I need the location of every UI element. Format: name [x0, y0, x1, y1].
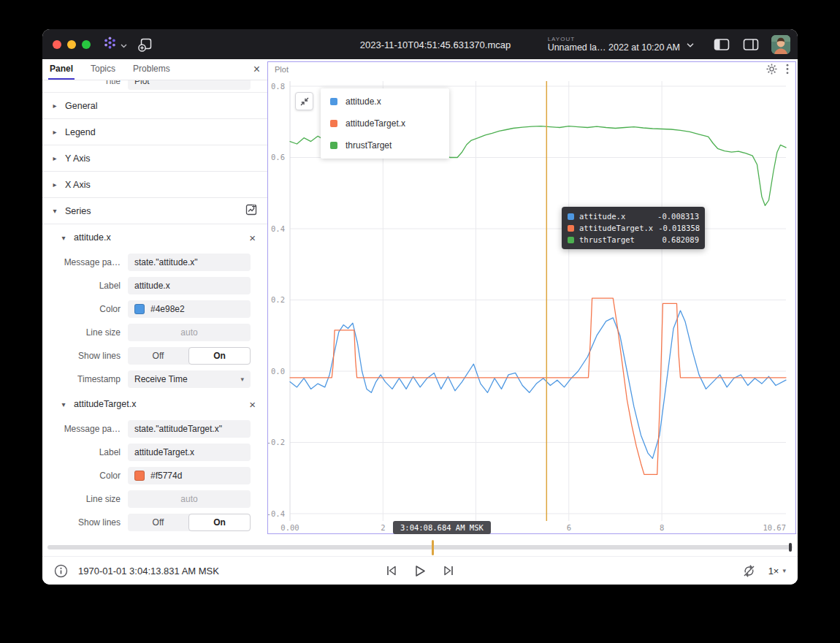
color-input[interactable]: #4e98e2 — [128, 300, 251, 318]
show-lines-label: Show lines — [42, 517, 128, 528]
tab-problems[interactable]: Problems — [131, 59, 172, 80]
tooltip-series-name: attitudeTarget.x — [579, 224, 653, 232]
remove-series-icon[interactable]: × — [249, 399, 256, 410]
traffic-lights — [53, 40, 91, 49]
chevron-right-icon: ▸ — [51, 102, 58, 110]
titlebar: 2023-11-10T04:51:45.631370.mcap LAYOUT U… — [42, 29, 798, 59]
section-series[interactable]: ▾ Series — [42, 198, 267, 224]
panel-menu-kebab-icon[interactable] — [786, 64, 789, 76]
svg-text:0.00: 0.00 — [280, 523, 299, 532]
loop-disabled-icon[interactable] — [742, 564, 756, 578]
toggle-right-sidebar-button[interactable] — [742, 37, 760, 52]
tooltip-series-value: 0.682089 — [662, 235, 699, 244]
panel-settings-gear-icon[interactable] — [766, 64, 777, 76]
layout-selector[interactable]: LAYOUT Unnamed la… 2022 at 10:20 AM — [548, 36, 694, 53]
color-swatch[interactable] — [134, 471, 145, 481]
remove-series-icon[interactable]: × — [249, 232, 256, 243]
series-header-attitude-x[interactable]: ▾ attitude.x × — [42, 224, 267, 251]
new-window-button[interactable] — [137, 37, 153, 53]
minimize-window-button[interactable] — [67, 40, 76, 49]
tooltip-row: thrustTarget 0.682089 — [568, 234, 699, 246]
color-swatch[interactable] — [134, 304, 145, 314]
svg-text:-0.4: -0.4 — [268, 509, 285, 518]
chevron-down-icon: ▾ — [60, 234, 67, 242]
message-path-label: Message pa… — [42, 257, 128, 267]
line-size-input[interactable]: auto — [128, 490, 251, 508]
label-label: Label — [42, 281, 128, 291]
tooltip-series-name: thrustTarget — [579, 235, 635, 244]
foxglove-logo-icon — [102, 35, 118, 53]
seek-end-button[interactable] — [442, 565, 455, 577]
svg-text:8: 8 — [660, 523, 664, 532]
playback-position-marker[interactable] — [432, 540, 434, 555]
close-window-button[interactable] — [53, 40, 61, 49]
message-path-input[interactable]: state."attitude.x" — [128, 254, 251, 271]
toggle-left-sidebar-button[interactable] — [713, 37, 730, 52]
legend-color-swatch — [330, 142, 337, 149]
zoom-window-button[interactable] — [82, 40, 91, 49]
svg-text:-0.2: -0.2 — [268, 438, 285, 446]
label-input[interactable]: attitude.x — [128, 277, 251, 294]
show-lines-toggle: Off On — [128, 514, 251, 531]
playback-scrubber[interactable] — [47, 545, 793, 549]
section-general[interactable]: ▸ General — [42, 93, 267, 119]
playback-speed-select[interactable]: 1× ▾ — [768, 566, 786, 577]
legend-label: attitude.x — [345, 96, 381, 107]
app-window: 2023-11-10T04:51:45.631370.mcap LAYOUT U… — [42, 29, 798, 585]
chevron-down-icon — [121, 38, 127, 51]
app-menu-button[interactable] — [102, 35, 127, 53]
tab-panel[interactable]: Panel — [48, 59, 75, 80]
user-avatar[interactable] — [771, 35, 790, 54]
section-legend[interactable]: ▸ Legend — [42, 119, 267, 145]
seek-start-button[interactable] — [385, 565, 398, 577]
legend-color-swatch — [330, 120, 337, 127]
color-label: Color — [42, 471, 128, 481]
series-title: attitudeTarget.x — [74, 399, 136, 409]
main-content: Panel Topics Problems × Title Plot ▸ Gen… — [42, 59, 798, 534]
show-lines-off-option[interactable]: Off — [128, 514, 188, 531]
playback-controls: 1970-01-01 3:04:13.831 AM MSK — [42, 556, 798, 585]
layout-eyebrow: LAYOUT — [548, 36, 680, 42]
timestamp-select[interactable]: Receive Time ▾ — [128, 370, 251, 388]
line-size-input[interactable]: auto — [128, 324, 251, 341]
svg-text:10.67: 10.67 — [763, 523, 786, 532]
collapse-legend-button[interactable] — [295, 92, 313, 110]
close-sidebar-icon[interactable]: × — [253, 64, 260, 75]
chevron-down-icon — [687, 38, 694, 51]
document-title: 2023-11-10T04:51:45.631370.mcap — [360, 39, 511, 50]
svg-text:0.6: 0.6 — [271, 153, 285, 161]
tooltip-series-value: -0.018358 — [658, 224, 700, 232]
sidebar-tabs: Panel Topics Problems × — [42, 59, 267, 80]
plot-panel-title: Plot — [275, 65, 289, 74]
legend-color-swatch — [330, 98, 337, 105]
section-label: Legend — [65, 127, 96, 137]
legend-item[interactable]: thrustTarget — [321, 134, 449, 156]
plot-panel[interactable]: Plot — [267, 61, 796, 534]
color-label: Color — [42, 304, 128, 314]
tooltip-color-swatch — [568, 225, 574, 232]
section-x-axis[interactable]: ▸ X Axis — [42, 172, 267, 198]
series-header-attitude-target-x[interactable]: ▾ attitudeTarget.x × — [42, 391, 267, 417]
chevron-right-icon: ▸ — [51, 180, 58, 189]
show-lines-off-option[interactable]: Off — [128, 347, 188, 365]
title-field-label: Title — [42, 80, 128, 86]
label-input[interactable]: attitudeTarget.x — [128, 444, 251, 461]
color-input[interactable]: #f5774d — [128, 467, 251, 484]
play-button[interactable] — [414, 565, 426, 577]
legend-item[interactable]: attitude.x — [321, 91, 449, 113]
tooltip-series-value: -0.008313 — [657, 212, 699, 221]
show-lines-on-option[interactable]: On — [188, 347, 251, 365]
tooltip-series-name: attitude.x — [579, 212, 625, 221]
show-lines-on-option[interactable]: On — [188, 514, 251, 531]
legend-label: attitudeTarget.x — [345, 118, 405, 129]
label-label: Label — [42, 447, 128, 457]
playback-end-handle[interactable] — [789, 543, 792, 552]
svg-text:0.2: 0.2 — [271, 295, 285, 304]
tab-topics[interactable]: Topics — [89, 59, 117, 80]
add-series-icon[interactable] — [245, 204, 257, 218]
message-path-input[interactable]: state."attitudeTarget.x" — [128, 420, 251, 438]
title-field-input[interactable]: Plot — [128, 80, 251, 90]
section-y-axis[interactable]: ▸ Y Axis — [42, 145, 267, 172]
legend-item[interactable]: attitudeTarget.x — [321, 113, 449, 134]
playback-info-icon[interactable] — [54, 564, 68, 578]
